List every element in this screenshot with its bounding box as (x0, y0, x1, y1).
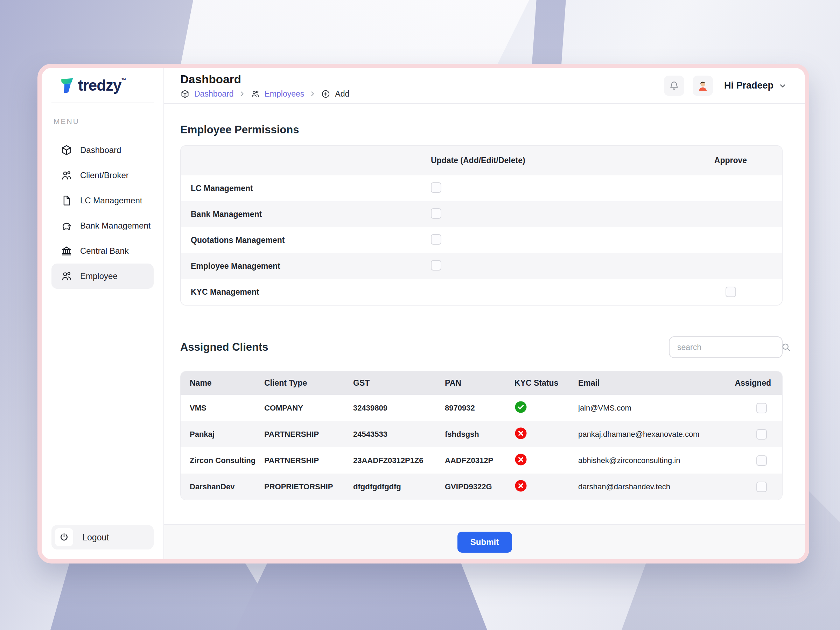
permission-row: Bank Management (181, 201, 782, 227)
permission-name: Employee Management (181, 261, 422, 271)
client-type: PARTNERSHIP (264, 430, 353, 439)
client-row: VMSCOMPANY324398098970932jain@VMS.com (181, 395, 782, 421)
assigned-checkbox[interactable] (756, 455, 767, 466)
update-permission-checkbox[interactable] (431, 182, 441, 193)
client-assigned-cell (730, 403, 782, 413)
update-permission-checkbox[interactable] (431, 234, 441, 245)
client-pan: fshdsgsh (445, 430, 515, 439)
brand-name: tredzy (78, 77, 122, 94)
footer-bar: Submit (164, 524, 805, 559)
client-type: PROPRIETORSHIP (264, 482, 353, 491)
client-gst: 24543533 (353, 430, 445, 439)
notifications-button[interactable] (664, 76, 684, 96)
user-greeting: Hi Pradeep (724, 80, 774, 91)
permission-name: LC Management (181, 184, 422, 193)
topbar-right: Hi Pradeep (664, 76, 787, 96)
topbar-left: Dashboard Dashboard Employees (180, 73, 349, 99)
app-window: tredzy™ MENU DashboardClient/BrokerLC Ma… (38, 64, 809, 564)
breadcrumb-link-employees[interactable]: Employees (265, 89, 305, 99)
breadcrumb-link-dashboard[interactable]: Dashboard (194, 89, 234, 99)
clients-table: Name Client Type GST PAN KYC Status Emai… (180, 371, 783, 500)
permission-row: LC Management (181, 175, 782, 201)
clients-table-body: VMSCOMPANY324398098970932jain@VMS.comPan… (181, 395, 782, 500)
client-email: pankaj.dhamane@hexanovate.com (578, 430, 730, 439)
breadcrumb-current-add: Add (335, 89, 349, 99)
permission-row: KYC Management (181, 279, 782, 305)
plus-circle-icon (321, 89, 330, 99)
client-name: VMS (181, 404, 264, 413)
user-avatar[interactable] (693, 76, 713, 96)
submit-button[interactable]: Submit (458, 532, 512, 553)
client-assigned-cell (730, 482, 782, 492)
column-header-update: Update (Add/Edit/Delete) (422, 156, 679, 165)
sidebar-item-employee[interactable]: Employee (51, 264, 154, 289)
logout-button[interactable]: Logout (51, 525, 154, 549)
people-icon (60, 169, 73, 181)
client-kyc-status-cell (515, 401, 578, 415)
sidebar-item-central-bank[interactable]: Central Bank (51, 238, 154, 264)
chevron-right-icon (309, 90, 316, 98)
sidebar-item-client-broker[interactable]: Client/Broker (51, 163, 154, 188)
permission-row: Quotations Management (181, 227, 782, 253)
client-email: darshan@darshandev.tech (578, 482, 730, 491)
permission-name: Quotations Management (181, 235, 422, 245)
assigned-checkbox[interactable] (756, 429, 767, 440)
breadcrumb: Dashboard Employees Add (180, 89, 349, 99)
update-permission-cell (422, 260, 679, 272)
assigned-checkbox[interactable] (756, 403, 767, 413)
kyc-rejected-icon (515, 480, 527, 492)
column-header-approve: Approve (679, 156, 782, 165)
column-header-assigned: Assigned (730, 378, 782, 388)
sidebar-item-label: Bank Management (80, 221, 150, 231)
update-permission-cell (422, 182, 679, 194)
client-pan: 8970932 (445, 404, 515, 413)
document-icon (60, 194, 73, 207)
client-row: PankajPARTNERSHIP24543533fshdsgshpankaj.… (181, 421, 782, 447)
page-title: Dashboard (180, 73, 349, 86)
client-email: jain@VMS.com (578, 404, 730, 413)
power-icon (59, 532, 69, 542)
client-kyc-status-cell (515, 453, 578, 468)
trademark-symbol: ™ (122, 77, 126, 83)
menu-items: DashboardClient/BrokerLC ManagementBank … (51, 137, 154, 289)
sidebar-item-dashboard[interactable]: Dashboard (51, 137, 154, 163)
permissions-section-title: Employee Permissions (180, 123, 783, 136)
clients-section-header: Assigned Clients (180, 336, 783, 358)
sidebar-item-label: Client/Broker (80, 171, 129, 180)
kyc-rejected-icon (515, 427, 527, 440)
client-name: DarshanDev (181, 482, 264, 491)
permissions-table: Update (Add/Edit/Delete) Approve LC Mana… (180, 145, 783, 306)
sidebar-item-label: Central Bank (80, 246, 129, 256)
logout-icon-box (55, 528, 73, 546)
clients-table-header: Name Client Type GST PAN KYC Status Emai… (181, 371, 782, 395)
column-header-name: Name (181, 378, 264, 388)
update-permission-checkbox[interactable] (431, 260, 441, 270)
column-header-email: Email (578, 378, 730, 388)
cube-icon (60, 144, 73, 156)
update-permission-checkbox[interactable] (431, 208, 441, 219)
main-area: Dashboard Dashboard Employees (164, 68, 805, 559)
column-header-gst: GST (353, 378, 445, 388)
client-name: Pankaj (181, 430, 264, 439)
people-icon (60, 270, 73, 282)
sidebar-item-label: Employee (80, 271, 118, 281)
search-input[interactable] (677, 343, 781, 352)
client-type: PARTNERSHIP (264, 456, 353, 465)
kyc-rejected-icon (515, 453, 527, 466)
sidebar-item-lc-management[interactable]: LC Management (51, 188, 154, 213)
sidebar-item-label: LC Management (80, 196, 142, 205)
sidebar-item-bank-management[interactable]: Bank Management (51, 213, 154, 238)
client-row: DarshanDevPROPRIETORSHIPdfgdfgdfgdfgGVIP… (181, 474, 782, 500)
client-type: COMPANY (264, 404, 353, 413)
assigned-checkbox[interactable] (756, 482, 767, 492)
client-gst: 32439809 (353, 404, 445, 413)
logout-label: Logout (82, 532, 109, 543)
chevron-down-icon (778, 82, 787, 90)
approve-permission-checkbox[interactable] (726, 287, 736, 297)
user-menu[interactable]: Hi Pradeep (724, 80, 787, 91)
client-kyc-status-cell (515, 427, 578, 442)
column-header-pan: PAN (445, 378, 515, 388)
column-header-kyc-status: KYC Status (515, 378, 578, 388)
client-name: Zircon Consulting (181, 456, 264, 465)
sidebar-menu: MENU DashboardClient/BrokerLC Management… (42, 117, 163, 515)
